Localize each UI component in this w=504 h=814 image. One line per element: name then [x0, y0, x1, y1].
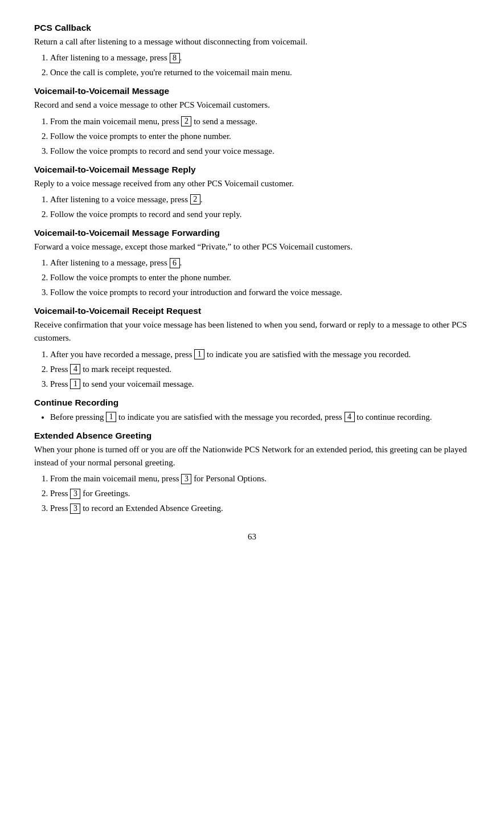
key-1b: 1	[70, 379, 80, 389]
key-3: 3	[181, 474, 191, 484]
step-item: Follow the voice prompts to record and s…	[50, 144, 470, 158]
step-item: Press 1 to send your voicemail message.	[50, 377, 470, 391]
section-intro-vtv-forwarding: Forward a voice message, except those ma…	[34, 240, 470, 253]
steps-vtv-reply: After listening to a voice message, pres…	[50, 193, 470, 221]
section-intro-extended-absence: When your phone is turned off or you are…	[34, 443, 470, 470]
key-8: 8	[170, 53, 180, 63]
key-6: 6	[170, 258, 180, 268]
step-item: Follow the voice prompts to record and s…	[50, 207, 470, 221]
step-item: From the main voicemail menu, press 3 fo…	[50, 472, 470, 485]
steps-vtv-receipt: After you have recorded a message, press…	[50, 347, 470, 391]
section-intro-vtv-receipt: Receive confirmation that your voice mes…	[34, 318, 470, 345]
section-title-vtv-forwarding: Voicemail-to-Voicemail Message Forwardin…	[34, 228, 470, 238]
section-title-vtv-message: Voicemail-to-Voicemail Message	[34, 86, 470, 96]
step-item: After you have recorded a message, press…	[50, 347, 470, 361]
step-item: After listening to a message, press 8.	[50, 51, 470, 64]
step-item: Follow the voice prompts to enter the ph…	[50, 271, 470, 284]
section-title-vtv-receipt: Voicemail-to-Voicemail Receipt Request	[34, 306, 470, 316]
section-title-vtv-reply: Voicemail-to-Voicemail Message Reply	[34, 165, 470, 175]
page-content: PCS Callback Return a call after listeni…	[34, 23, 470, 542]
key-4: 4	[70, 364, 80, 374]
key-4b: 4	[345, 412, 355, 422]
key-1: 1	[194, 349, 204, 359]
steps-extended-absence: From the main voicemail menu, press 3 fo…	[50, 472, 470, 515]
step-item: After listening to a voice message, pres…	[50, 193, 470, 206]
key-3b: 3	[70, 489, 80, 499]
key-3c: 3	[70, 504, 80, 514]
section-title-pcs-callback: PCS Callback	[34, 23, 470, 33]
steps-vtv-forwarding: After listening to a message, press 6. F…	[50, 256, 470, 299]
steps-vtv-message: From the main voicemail menu, press 2 to…	[50, 114, 470, 158]
key-2: 2	[181, 116, 191, 126]
bullet-item: Before pressing 1 to indicate you are sa…	[50, 410, 470, 424]
key-2b: 2	[190, 194, 200, 204]
step-item: Follow the voice prompts to enter the ph…	[50, 129, 470, 143]
step-item: Press 4 to mark receipt requested.	[50, 362, 470, 376]
step-item: From the main voicemail menu, press 2 to…	[50, 114, 470, 128]
step-item: Once the call is complete, you're return…	[50, 66, 470, 79]
section-intro-vtv-message: Record and send a voice message to other…	[34, 99, 470, 112]
step-item: Press 3 for Greetings.	[50, 486, 470, 500]
bullets-continue-recording: Before pressing 1 to indicate you are sa…	[50, 410, 470, 424]
step-item: Press 3 to record an Extended Absence Gr…	[50, 501, 470, 515]
section-title-continue-recording: Continue Recording	[34, 398, 470, 408]
steps-pcs-callback: After listening to a message, press 8. O…	[50, 51, 470, 79]
section-intro-pcs-callback: Return a call after listening to a messa…	[34, 35, 470, 48]
section-title-extended-absence: Extended Absence Greeting	[34, 431, 470, 441]
key-1c: 1	[106, 412, 116, 422]
step-item: Follow the voice prompts to record your …	[50, 285, 470, 299]
page-number: 63	[34, 532, 470, 542]
step-item: After listening to a message, press 6.	[50, 256, 470, 269]
section-intro-vtv-reply: Reply to a voice message received from a…	[34, 177, 470, 190]
